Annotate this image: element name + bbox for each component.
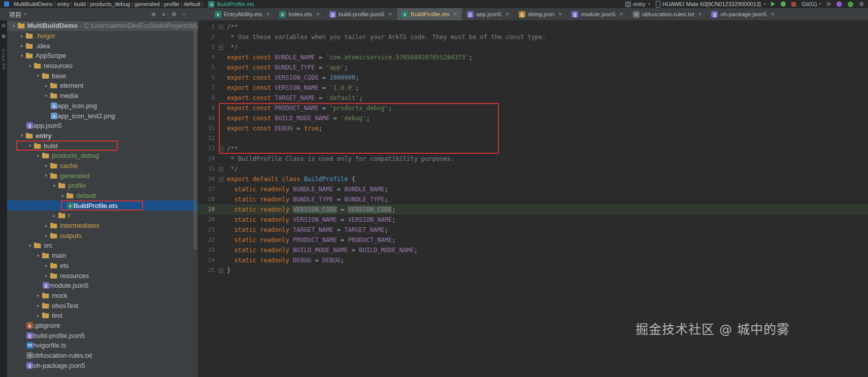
code-line-13[interactable]: 13−/** bbox=[198, 144, 868, 154]
tab-close-icon[interactable]: × bbox=[506, 11, 509, 18]
chevron-down-icon[interactable]: ▾ bbox=[10, 23, 17, 28]
tree-item-products_debug[interactable]: ▾products_debug bbox=[7, 151, 198, 161]
gitee-pr-tool-label[interactable]: Gitee PR bbox=[1, 49, 6, 71]
code-line-16[interactable]: 16−export default class BuildProfile { bbox=[198, 174, 868, 184]
code-line-8[interactable]: 8export const TARGET_NAME = 'default'; bbox=[198, 93, 868, 103]
code-area[interactable]: 1−/**2 * Use these variables when you ta… bbox=[198, 21, 868, 276]
tree-item-default[interactable]: ▾default bbox=[7, 191, 198, 201]
tab-close-icon[interactable]: × bbox=[620, 11, 623, 18]
tree-item-build-profile.json5[interactable]: {}build-profile.json5 bbox=[7, 330, 198, 340]
editor-tab[interactable]: {}app.json5× bbox=[462, 8, 514, 20]
tree-item-ohosTest[interactable]: ▸ohosTest bbox=[7, 300, 198, 311]
structure-tool-icon[interactable]: ▦ bbox=[2, 34, 6, 39]
ai-assistant-icon[interactable] bbox=[837, 2, 842, 7]
chevron-down-icon[interactable]: ▾ bbox=[43, 93, 50, 98]
editor-tab[interactable]: ≡obfuscation-rules.txt× bbox=[628, 8, 707, 20]
tree-item-cache[interactable]: ▸cache bbox=[7, 161, 198, 171]
tree-item-generated[interactable]: ▾generated bbox=[7, 170, 198, 181]
editor-tab[interactable]: {}build-profile.json5× bbox=[325, 8, 397, 20]
code-line-15[interactable]: 15− */ bbox=[198, 164, 868, 174]
fold-marker-icon[interactable]: − bbox=[219, 177, 223, 182]
tree-item-intermediates[interactable]: ▸intermediates bbox=[7, 221, 198, 231]
tree-item-module.json5[interactable]: {}module.json5 bbox=[7, 281, 198, 291]
tree-item-hvigorfile.ts[interactable]: TShvigorfile.ts bbox=[7, 340, 198, 351]
chevron-down-icon[interactable]: ▾ bbox=[26, 63, 34, 68]
code-line-23[interactable]: 23 static readonly BUILD_MODE_NAME = BUI… bbox=[198, 245, 868, 255]
tree-item-entry[interactable]: ▾entry bbox=[7, 131, 198, 141]
code-line-22[interactable]: 22 static readonly PRODUCT_NAME = PRODUC… bbox=[198, 235, 868, 245]
tree-item-profile[interactable]: ▾profile bbox=[7, 181, 198, 191]
breadcrumb-item[interactable]: products_debug bbox=[90, 1, 130, 7]
chevron-right-icon[interactable]: ▸ bbox=[35, 293, 42, 298]
tree-item-ets[interactable]: ▸ets bbox=[7, 261, 198, 271]
fold-marker-icon[interactable]: − bbox=[219, 147, 223, 151]
code-line-5[interactable]: 5export const BUNDLE_TYPE = 'app'; bbox=[198, 62, 868, 73]
chevron-down-icon[interactable]: ▾ bbox=[18, 133, 25, 138]
code-line-18[interactable]: 18 static readonly BUNDLE_TYPE = BUNDLE_… bbox=[198, 194, 868, 204]
code-line-25[interactable]: 25−} bbox=[198, 265, 868, 276]
code-line-7[interactable]: 7export const VERSION_NAME = '1.0.0'; bbox=[198, 83, 868, 93]
tree-item-BuildProfile.ets[interactable]: eBuildProfile.ets bbox=[7, 200, 198, 211]
chevron-right-icon[interactable]: ▸ bbox=[43, 223, 50, 228]
tree-item-.idea[interactable]: ▸.idea bbox=[7, 41, 198, 51]
chevron-down-icon[interactable]: ▾ bbox=[35, 73, 42, 78]
code-line-20[interactable]: 20 static readonly VERSION_NAME = VERSIO… bbox=[198, 215, 868, 225]
chevron-down-icon[interactable]: ▾ bbox=[35, 253, 42, 258]
tree-item-.gitignore[interactable]: g.gitignore bbox=[7, 321, 198, 331]
tree-item-outputs[interactable]: ▸outputs bbox=[7, 230, 198, 241]
run-button[interactable] bbox=[771, 2, 775, 7]
tree-item-media[interactable]: ▾media bbox=[7, 91, 198, 101]
tab-close-icon[interactable]: × bbox=[388, 11, 392, 18]
code-line-17[interactable]: 17 static readonly BUNDLE_NAME = BUNDLE_… bbox=[198, 184, 868, 194]
code-line-3[interactable]: 3− */ bbox=[198, 42, 868, 52]
code-line-2[interactable]: 2 * Use these variables when you tailor … bbox=[198, 32, 868, 42]
tab-close-icon[interactable]: × bbox=[698, 11, 702, 18]
panel-settings-icon[interactable]: ⚙ bbox=[172, 11, 177, 18]
chevron-down-icon[interactable]: ▾ bbox=[18, 53, 25, 58]
chevron-right-icon[interactable]: ▸ bbox=[43, 83, 50, 88]
project-panel-title[interactable]: 项目 ▾ bbox=[9, 10, 26, 19]
code-line-1[interactable]: 1−/** bbox=[198, 22, 868, 32]
tree-item-MultiBuildDemo[interactable]: ▾MultiBuildDemo - C:\Users\admin\DevEcoS… bbox=[7, 21, 198, 31]
chevron-down-icon[interactable]: ▾ bbox=[26, 243, 34, 248]
chevron-right-icon[interactable]: ▸ bbox=[43, 273, 50, 278]
breadcrumb-item[interactable]: generated bbox=[135, 1, 160, 7]
fold-marker-icon[interactable]: − bbox=[219, 167, 223, 172]
chevron-down-icon[interactable]: ▾ bbox=[59, 193, 66, 198]
hide-panel-icon[interactable]: − bbox=[183, 11, 186, 17]
tree-item-app_icon.png[interactable]: ▲app_icon.png bbox=[7, 101, 198, 111]
breadcrumb-item[interactable]: entry bbox=[57, 1, 70, 7]
code-line-4[interactable]: 4export const BUNDLE_NAME = 'com.atomics… bbox=[198, 52, 868, 62]
tree-item-main[interactable]: ▾main bbox=[7, 251, 198, 261]
breadcrumb-item[interactable]: profile bbox=[164, 1, 179, 7]
device-manager-icon[interactable] bbox=[848, 2, 853, 7]
tree-item-src[interactable]: ▾src bbox=[7, 241, 198, 251]
tree-item-AppScope[interactable]: ▾AppScope bbox=[7, 51, 198, 61]
code-line-11[interactable]: 11export const DEBUG = true; bbox=[198, 123, 868, 133]
tab-close-icon[interactable]: × bbox=[454, 11, 457, 18]
fold-marker-icon[interactable]: − bbox=[219, 45, 223, 50]
editor-tab[interactable]: {}module.json5× bbox=[567, 8, 628, 20]
editor-tab[interactable]: eBuildProfile.ets× bbox=[397, 8, 462, 20]
tree-item-oh-package.json5[interactable]: {}oh-package.json5 bbox=[7, 360, 198, 370]
tree-item-element[interactable]: ▸element bbox=[7, 81, 198, 91]
debug-button[interactable] bbox=[781, 2, 786, 7]
breadcrumb-item[interactable]: build bbox=[74, 1, 86, 7]
fold-marker-icon[interactable]: − bbox=[219, 25, 223, 29]
code-line-24[interactable]: 24 static readonly DEBUG = DEBUG; bbox=[198, 255, 868, 265]
code-line-14[interactable]: 14 * BuildProfile Class is used only for… bbox=[198, 154, 868, 164]
chevron-right-icon[interactable]: ▸ bbox=[18, 33, 25, 39]
tree-item-r[interactable]: ▸r bbox=[7, 211, 198, 221]
device-selector[interactable]: HUAWEI Mate 60[9CN0123329000013] ▾ bbox=[656, 1, 766, 8]
chevron-right-icon[interactable]: ▸ bbox=[18, 43, 25, 48]
locate-file-icon[interactable]: ⊕ bbox=[151, 11, 156, 18]
tree-item-base[interactable]: ▾base bbox=[7, 71, 198, 81]
tree-item-obfuscation-rules.txt[interactable]: ≡obfuscation-rules.txt bbox=[7, 351, 198, 361]
sync-icon[interactable]: ⟳ bbox=[826, 1, 831, 8]
project-tool-icon[interactable]: ▤ bbox=[2, 23, 6, 28]
git-branch-button[interactable]: Git(G) ▾ bbox=[802, 1, 820, 7]
tab-close-icon[interactable]: × bbox=[558, 11, 562, 18]
tree-item-app.json5[interactable]: {}app.json5 bbox=[7, 121, 198, 131]
chevron-down-icon[interactable]: ▾ bbox=[51, 183, 58, 188]
tree-item-resources[interactable]: ▸resources bbox=[7, 270, 198, 281]
